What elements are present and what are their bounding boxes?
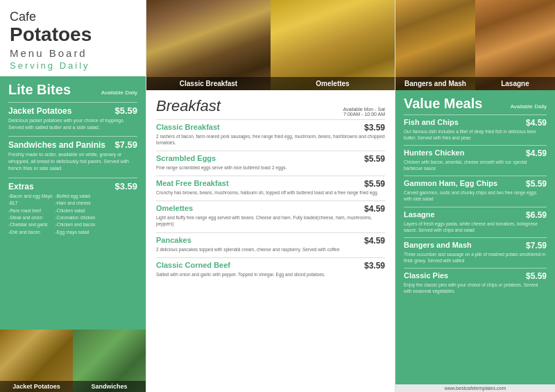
item-name: Classic Breakfast	[156, 123, 220, 133]
cafe-line2: Potatoes	[10, 24, 136, 46]
list-item: Scrambled Eggs $5.59 Fine range scramble…	[156, 154, 385, 171]
item-name: Hunters Chicken	[404, 148, 464, 158]
omelettes-photo: Omelettes	[271, 0, 395, 90]
item-desc: 2 delicious pancakes topped with splendi…	[156, 246, 385, 253]
item-header: Classic Breakfast $3.59	[156, 123, 385, 133]
middle-panel: Classic Breakfast Omelettes Breakfast Av…	[146, 0, 395, 392]
lite-bites-available: Available Daily	[101, 90, 137, 96]
cafe-line3: Menu Board	[10, 47, 136, 59]
item-header: Classic Pies $5.59	[404, 271, 547, 281]
value-meals-header: Value Meals Available Daily	[404, 96, 547, 112]
item-name: Sandwiches and Paninis	[8, 140, 105, 150]
list-item: Classic Breakfast $3.59 2 rashers of bac…	[156, 123, 385, 146]
breakfast-section: Breakfast Available Mon - Sat 7:00AM - 1…	[146, 90, 395, 392]
classic-breakfast-label: Classic Breakfast	[146, 77, 271, 90]
item-header: Bangers and Mash $7.59	[404, 241, 547, 250]
item-header: Fish and Chips $4.59	[404, 118, 547, 128]
item-price: $3.59	[364, 261, 385, 271]
item-header: Scrambled Eggs $5.59	[156, 154, 385, 164]
cafe-line1: Cafe	[10, 10, 136, 24]
item-price: $5.59	[364, 154, 385, 164]
lasagne-label: Lasagne	[475, 77, 555, 90]
lite-bites-header: Lite Bites Available Daily	[8, 82, 137, 98]
right-panel: Bangers and Mash Lasagne Value Meals Ava…	[395, 0, 555, 392]
item-price: $3.59	[364, 123, 385, 133]
sandwiches-image: Sandwiches	[73, 330, 146, 392]
list-item: Classic Pies $5.59 Enjoy the classic pie…	[404, 271, 547, 294]
item-header: Gammon Ham, Egg Chips $5.59	[404, 179, 547, 189]
item-name: Classic Pies	[404, 271, 448, 281]
item-name: Bangers and Mash	[404, 241, 472, 250]
list-item: Fish and Chips $4.59 Our famous dish inc…	[404, 118, 547, 141]
left-panel: Cafe Potatoes Menu Board Serving Daily L…	[0, 0, 146, 392]
list-item: Omelettes $4.59 Light and fluffy free ra…	[156, 204, 385, 227]
item-price: $7.59	[114, 139, 137, 150]
cafe-line4: Serving Daily	[10, 60, 136, 71]
item-desc: Three cucumber and sausage on a pile of …	[404, 251, 547, 264]
item-desc: Crunchy has browns, beans, mushrooms, ha…	[156, 189, 385, 196]
item-desc: Our famous dish includes a fillet of dee…	[404, 128, 547, 141]
item-name: Extras	[8, 182, 34, 191]
item-price: $5.59	[364, 179, 385, 189]
item-desc: Salted with onion and garlic with pepper…	[156, 271, 385, 278]
item-price: $6.59	[526, 210, 547, 220]
item-desc: Light and fluffy free range egg served w…	[156, 214, 385, 227]
item-desc: Delicious jacket potatoes with your choi…	[8, 117, 137, 131]
bangers-mash-photo: Bangers and Mash	[395, 0, 475, 90]
list-item: Bangers and Mash $7.59 Three cucumber an…	[404, 241, 547, 264]
top-food-images-right: Bangers and Mash Lasagne	[395, 0, 555, 90]
list-item: Meat Free Breakfast $5.59 Crunchy has br…	[156, 179, 385, 196]
omelettes-label: Omelettes	[271, 77, 395, 90]
item-price: $5.59	[114, 105, 137, 116]
value-meals-available: Available Daily	[511, 103, 547, 110]
item-header: Pancakes $4.59	[156, 236, 385, 246]
extras-col1: -Bacon and egg Mayo-BLT-Rare roast beef-…	[8, 193, 53, 236]
cafe-header: Cafe Potatoes Menu Board Serving Daily	[0, 0, 146, 76]
list-item: Jacket Potatoes $5.59 Delicious jacket p…	[8, 105, 137, 131]
list-item: Sandwiches and Paninis $7.59 Freshly mad…	[8, 139, 137, 171]
lasagne-photo: Lasagne	[475, 0, 555, 90]
value-meals-title: Value Meals	[404, 96, 482, 112]
item-desc: 2 rashers of bacon, farm-reared pork sau…	[156, 133, 385, 146]
bottom-images: Jacket Potatoes Sandwiches	[0, 330, 146, 392]
list-item: Lasagne $6.59 Layers of fresh eggs pasta…	[404, 210, 547, 233]
item-header: Classic Corned Beef $3.59	[156, 261, 385, 271]
bangers-mash-label: Bangers and Mash	[395, 77, 475, 90]
item-desc: Carved gammon, rustic and chunky chips a…	[404, 189, 547, 202]
item-desc: Layers of fresh eggs pasta, white cheese…	[404, 221, 547, 233]
classic-breakfast-photo: Classic Breakfast	[146, 0, 271, 90]
list-item: Gammon Ham, Egg Chips $5.59 Carved gammo…	[404, 179, 547, 202]
item-header: Hunters Chicken $4.59	[404, 148, 547, 158]
item-name: Pancakes	[156, 236, 191, 246]
value-meals-section: Value Meals Available Daily Fish and Chi…	[395, 90, 555, 384]
top-food-images-middle: Classic Breakfast Omelettes	[146, 0, 395, 90]
item-price: $4.59	[364, 236, 385, 246]
item-price: $4.59	[364, 204, 385, 214]
item-desc: Fine range scrambled eggs serve with nic…	[156, 164, 385, 171]
item-header: Lasagne $6.59	[404, 210, 547, 220]
item-name: Gammon Ham, Egg Chips	[404, 179, 497, 189]
item-name: Meat Free Breakfast	[156, 179, 229, 189]
sandwiches-image-label: Sandwiches	[73, 381, 146, 392]
item-price: $7.59	[526, 241, 547, 250]
lite-bites-section: Lite Bites Available Daily Jacket Potato…	[0, 76, 146, 330]
item-header: Meat Free Breakfast $5.59	[156, 179, 385, 189]
item-name: Jacket Potatoes	[8, 106, 71, 116]
list-item: Classic Corned Beef $3.59 Salted with on…	[156, 261, 385, 278]
item-price: $5.59	[526, 271, 547, 281]
item-name: Fish and Chips	[404, 118, 459, 128]
extras-list: -Bacon and egg Mayo-BLT-Rare roast beef-…	[8, 193, 137, 236]
list-item: Extras $3.59 -Bacon and egg Mayo-BLT-Rar…	[8, 181, 137, 236]
jacket-potatoes-image: Jacket Potatoes	[0, 330, 73, 392]
list-item: Hunters Chicken $4.59 Chicken with bacon…	[404, 148, 547, 171]
list-item: Pancakes $4.59 2 delicious pancakes topp…	[156, 236, 385, 253]
jacket-image-label: Jacket Potatoes	[0, 381, 73, 392]
item-name: Scrambled Eggs	[156, 154, 216, 164]
breakfast-header: Breakfast Available Mon - Sat 7:00AM - 1…	[156, 97, 385, 117]
item-desc: Chicken with bacon, amerital, cheese smo…	[404, 159, 547, 171]
item-name: Omelettes	[156, 204, 193, 214]
item-price: $4.59	[526, 118, 547, 128]
item-desc: Freshly made to order, available on whit…	[8, 151, 137, 171]
item-header: Omelettes $4.59	[156, 204, 385, 214]
extras-col2: -Boiled egg salad-Ham and cheese-Chicken…	[56, 193, 96, 236]
